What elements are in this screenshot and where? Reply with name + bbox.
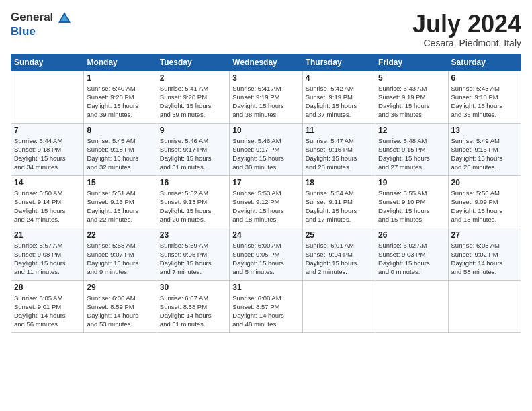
day-info: Sunrise: 5:48 AM Sunset: 9:15 PM Dayligh…	[378, 136, 445, 172]
calendar-cell: 2Sunrise: 5:41 AM Sunset: 9:20 PM Daylig…	[157, 71, 229, 123]
calendar-cell: 29Sunrise: 6:06 AM Sunset: 8:59 PM Dayli…	[84, 280, 157, 332]
day-info: Sunrise: 5:58 AM Sunset: 9:07 PM Dayligh…	[87, 241, 153, 277]
day-info: Sunrise: 5:46 AM Sunset: 9:17 PM Dayligh…	[232, 136, 299, 172]
calendar-cell: 17Sunrise: 5:53 AM Sunset: 9:12 PM Dayli…	[230, 175, 302, 228]
day-number: 9	[160, 126, 226, 135]
day-number: 5	[378, 73, 445, 83]
col-header-tuesday: Tuesday	[157, 54, 229, 71]
day-info: Sunrise: 5:44 AM Sunset: 9:18 PM Dayligh…	[14, 136, 81, 172]
day-info: Sunrise: 5:55 AM Sunset: 9:10 PM Dayligh…	[378, 189, 445, 224]
calendar-cell	[302, 280, 375, 332]
day-number: 26	[378, 230, 445, 240]
calendar-cell: 25Sunrise: 6:01 AM Sunset: 9:04 PM Dayli…	[302, 228, 375, 280]
calendar-cell: 24Sunrise: 6:00 AM Sunset: 9:05 PM Dayli…	[230, 228, 302, 280]
calendar-cell: 31Sunrise: 6:08 AM Sunset: 8:57 PM Dayli…	[230, 280, 302, 332]
logo: General Blue	[11, 11, 72, 38]
day-number: 8	[87, 126, 153, 135]
day-info: Sunrise: 5:50 AM Sunset: 9:14 PM Dayligh…	[14, 189, 81, 224]
day-info: Sunrise: 5:53 AM Sunset: 9:12 PM Dayligh…	[232, 189, 299, 224]
page-header: General Blue July 2024 Cesara, Piedmont,…	[11, 11, 521, 48]
day-number: 18	[306, 178, 372, 187]
calendar-cell: 14Sunrise: 5:50 AM Sunset: 9:14 PM Dayli…	[11, 175, 84, 228]
day-info: Sunrise: 5:41 AM Sunset: 9:19 PM Dayligh…	[232, 84, 299, 120]
day-number: 3	[232, 73, 299, 83]
calendar-cell: 26Sunrise: 6:02 AM Sunset: 9:03 PM Dayli…	[375, 228, 448, 280]
day-info: Sunrise: 5:41 AM Sunset: 9:20 PM Dayligh…	[160, 84, 226, 120]
calendar-table: SundayMondayTuesdayWednesdayThursdayFrid…	[11, 54, 521, 333]
col-header-monday: Monday	[84, 54, 157, 71]
calendar-cell: 19Sunrise: 5:55 AM Sunset: 9:10 PM Dayli…	[375, 175, 448, 228]
day-number: 19	[378, 178, 445, 187]
day-number: 15	[87, 178, 153, 187]
calendar-cell: 28Sunrise: 6:05 AM Sunset: 9:01 PM Dayli…	[11, 280, 84, 332]
calendar-cell	[11, 71, 84, 123]
calendar-cell: 23Sunrise: 5:59 AM Sunset: 9:06 PM Dayli…	[157, 228, 229, 280]
day-number: 23	[160, 230, 226, 240]
day-info: Sunrise: 5:42 AM Sunset: 9:19 PM Dayligh…	[306, 84, 372, 120]
calendar-cell: 9Sunrise: 5:46 AM Sunset: 9:17 PM Daylig…	[157, 123, 229, 175]
day-info: Sunrise: 5:49 AM Sunset: 9:15 PM Dayligh…	[451, 136, 518, 172]
calendar-cell: 3Sunrise: 5:41 AM Sunset: 9:19 PM Daylig…	[230, 71, 302, 123]
day-info: Sunrise: 6:07 AM Sunset: 8:58 PM Dayligh…	[160, 293, 226, 329]
calendar-cell: 7Sunrise: 5:44 AM Sunset: 9:18 PM Daylig…	[11, 123, 84, 175]
calendar-cell: 8Sunrise: 5:45 AM Sunset: 9:18 PM Daylig…	[84, 123, 157, 175]
day-number: 7	[14, 126, 81, 135]
day-info: Sunrise: 5:43 AM Sunset: 9:19 PM Dayligh…	[378, 84, 445, 120]
day-info: Sunrise: 5:54 AM Sunset: 9:11 PM Dayligh…	[306, 189, 372, 224]
calendar-cell: 13Sunrise: 5:49 AM Sunset: 9:15 PM Dayli…	[448, 123, 521, 175]
calendar-cell: 18Sunrise: 5:54 AM Sunset: 9:11 PM Dayli…	[302, 175, 375, 228]
calendar-cell: 10Sunrise: 5:46 AM Sunset: 9:17 PM Dayli…	[230, 123, 302, 175]
day-info: Sunrise: 6:08 AM Sunset: 8:57 PM Dayligh…	[232, 293, 299, 329]
col-header-wednesday: Wednesday	[230, 54, 302, 71]
col-header-saturday: Saturday	[448, 54, 521, 71]
day-info: Sunrise: 6:05 AM Sunset: 9:01 PM Dayligh…	[14, 293, 81, 329]
day-number: 6	[451, 73, 518, 83]
day-number: 22	[87, 230, 153, 240]
page-subtitle: Cesara, Piedmont, Italy	[412, 38, 521, 48]
day-number: 30	[160, 283, 226, 292]
day-number: 16	[160, 178, 226, 187]
day-info: Sunrise: 5:47 AM Sunset: 9:16 PM Dayligh…	[306, 136, 372, 172]
day-info: Sunrise: 5:52 AM Sunset: 9:13 PM Dayligh…	[160, 189, 226, 224]
calendar-cell: 21Sunrise: 5:57 AM Sunset: 9:08 PM Dayli…	[11, 228, 84, 280]
day-number: 17	[232, 178, 299, 187]
day-info: Sunrise: 5:40 AM Sunset: 9:20 PM Dayligh…	[87, 84, 153, 120]
calendar-cell: 15Sunrise: 5:51 AM Sunset: 9:13 PM Dayli…	[84, 175, 157, 228]
day-number: 29	[87, 283, 153, 292]
day-number: 24	[232, 230, 299, 240]
day-number: 21	[14, 230, 81, 240]
day-info: Sunrise: 6:03 AM Sunset: 9:02 PM Dayligh…	[451, 241, 518, 277]
day-number: 4	[306, 73, 372, 83]
day-number: 31	[232, 283, 299, 292]
day-number: 2	[160, 73, 226, 83]
day-number: 12	[378, 126, 445, 135]
page-title: July 2024	[412, 11, 521, 38]
calendar-cell: 12Sunrise: 5:48 AM Sunset: 9:15 PM Dayli…	[375, 123, 448, 175]
calendar-cell: 20Sunrise: 5:56 AM Sunset: 9:09 PM Dayli…	[448, 175, 521, 228]
calendar-cell: 11Sunrise: 5:47 AM Sunset: 9:16 PM Dayli…	[302, 123, 375, 175]
day-info: Sunrise: 5:59 AM Sunset: 9:06 PM Dayligh…	[160, 241, 226, 277]
col-header-sunday: Sunday	[11, 54, 84, 71]
day-info: Sunrise: 6:06 AM Sunset: 8:59 PM Dayligh…	[87, 293, 153, 329]
day-number: 14	[14, 178, 81, 187]
day-number: 11	[306, 126, 372, 135]
calendar-cell: 1Sunrise: 5:40 AM Sunset: 9:20 PM Daylig…	[84, 71, 157, 123]
day-info: Sunrise: 6:02 AM Sunset: 9:03 PM Dayligh…	[378, 241, 445, 277]
title-block: July 2024 Cesara, Piedmont, Italy	[412, 11, 521, 48]
col-header-friday: Friday	[375, 54, 448, 71]
calendar-cell: 16Sunrise: 5:52 AM Sunset: 9:13 PM Dayli…	[157, 175, 229, 228]
calendar-cell: 30Sunrise: 6:07 AM Sunset: 8:58 PM Dayli…	[157, 280, 229, 332]
calendar-cell: 6Sunrise: 5:43 AM Sunset: 9:18 PM Daylig…	[448, 71, 521, 123]
calendar-cell: 22Sunrise: 5:58 AM Sunset: 9:07 PM Dayli…	[84, 228, 157, 280]
day-number: 10	[232, 126, 299, 135]
calendar-cell	[375, 280, 448, 332]
calendar-cell	[448, 280, 521, 332]
day-number: 25	[306, 230, 372, 240]
calendar-cell: 5Sunrise: 5:43 AM Sunset: 9:19 PM Daylig…	[375, 71, 448, 123]
logo-icon	[57, 11, 72, 26]
day-info: Sunrise: 5:51 AM Sunset: 9:13 PM Dayligh…	[87, 189, 153, 224]
day-info: Sunrise: 5:57 AM Sunset: 9:08 PM Dayligh…	[14, 241, 81, 277]
day-number: 20	[451, 178, 518, 187]
col-header-thursday: Thursday	[302, 54, 375, 71]
day-info: Sunrise: 5:45 AM Sunset: 9:18 PM Dayligh…	[87, 136, 153, 172]
